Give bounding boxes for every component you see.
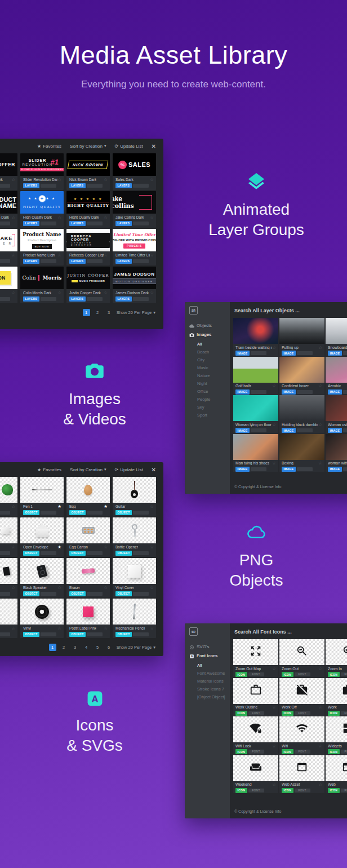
favorite-star-icon[interactable]: ☆	[150, 291, 154, 295]
asset-card[interactable]: Postit Label Pink☆OBJECT	[66, 599, 110, 638]
favorite-star-icon[interactable]: ☆	[272, 667, 276, 671]
asset-card[interactable]: Zoom In☆ICONFONT	[326, 639, 347, 677]
asset-card[interactable]: JAMES DODSONMOTION DESIGNERJames Dodson …	[113, 267, 156, 303]
asset-card[interactable]: Work Outline☆ICONFONT	[233, 678, 278, 716]
asset-card[interactable]: REBECCA COOPERCREATIVE DIRECTORRebecca C…	[66, 229, 110, 265]
asset-card[interactable]: Widgets☆ICONFONT	[326, 716, 347, 755]
page-button[interactable]: 2	[94, 309, 101, 316]
favorite-star-icon[interactable]: ☆	[57, 626, 61, 631]
asset-card[interactable]: Mechanical Pencil☆OBJECT	[113, 599, 156, 638]
asset-card[interactable]: Guitar☆OBJECT	[113, 477, 156, 516]
asset-card[interactable]: Holding black dumbbells☆IMAGE	[279, 395, 324, 433]
favorite-star-icon[interactable]: ☆	[104, 291, 108, 295]
asset-card[interactable]: Work Off☆ICONFONT	[279, 678, 324, 716]
asset-card[interactable]: Tram beside waiting station☆IMAGE	[233, 318, 278, 356]
sort-dropdown[interactable]: Sort by Creation▾	[70, 467, 106, 472]
favorite-star-icon[interactable]: ☆	[318, 423, 322, 427]
favorite-star-icon[interactable]: ☆	[11, 586, 15, 590]
asset-card[interactable]: Wifi Lock☆ICONFONT	[233, 716, 278, 755]
category-material-icons[interactable]: Material Icons	[197, 677, 230, 685]
asset-card[interactable]: PRODUCTNAMEProduct Name Dark☆LAYERS	[0, 191, 17, 228]
favorite-star-icon[interactable]: ☆	[272, 744, 276, 749]
asset-card[interactable]: Wifi☆ICONFONT	[279, 716, 324, 755]
favorite-star-icon[interactable]: ☆	[272, 346, 276, 350]
asset-card[interactable]: TIME OFFERTime Offer Dark☆LAYERS	[0, 153, 17, 190]
page-button[interactable]: 3	[72, 644, 79, 651]
asset-card[interactable]: Pulling up☆IMAGE	[279, 318, 324, 356]
asset-card[interactable]: ☆OBJECT	[0, 517, 17, 557]
asset-card[interactable]: Web☆ICONFONT	[326, 755, 347, 794]
asset-card[interactable]: Web Asset☆ICONFONT	[279, 755, 324, 794]
close-icon[interactable]: ✕	[152, 143, 156, 149]
asset-card[interactable]: Open Envelope★OBJECT	[20, 517, 64, 557]
category-all[interactable]: All	[197, 662, 230, 670]
favorite-star-icon[interactable]: ☆	[318, 667, 322, 671]
copyright-link[interactable]: © Copyright & License Info	[234, 485, 281, 489]
favorite-star-icon[interactable]: ★	[104, 504, 108, 509]
asset-card[interactable]: Pen 1★OBJECT	[20, 477, 64, 516]
favorite-star-icon[interactable]: ☆	[57, 178, 61, 182]
asset-card[interactable]: BLAKET E RBlake Light☆LAYERS	[0, 229, 17, 265]
asset-card[interactable]: ☆OBJECT	[0, 558, 17, 597]
category-night[interactable]: Night	[197, 380, 230, 388]
update-list-button[interactable]: ⟳Update List	[114, 467, 143, 472]
asset-card[interactable]: ColinMorrisColin Morris Dark☆LAYERS	[20, 267, 64, 303]
favorite-star-icon[interactable]: ☆	[11, 178, 15, 182]
asset-card[interactable]: Eraser☆OBJECT	[66, 558, 110, 597]
asset-card[interactable]: %SALESSales Dark☆LAYERS	[113, 153, 156, 190]
asset-card[interactable]: JOHNSONJohnson Light☆LAYERS	[0, 267, 17, 303]
asset-card[interactable]: Woman lying on floor☆IMAGE	[233, 395, 278, 433]
asset-card[interactable]: woman with barbell☆IMAGE	[326, 434, 347, 472]
page-button[interactable]: 6	[105, 644, 113, 651]
asset-card[interactable]: Work☆ICONFONT	[326, 678, 347, 716]
category-office[interactable]: Office	[197, 388, 230, 396]
asset-card[interactable]: Vinyl☆OBJECT	[20, 599, 64, 638]
favorite-star-icon[interactable]: ☆	[272, 782, 276, 787]
category--object-object-[interactable]: [Object Object]	[197, 693, 230, 701]
asset-card[interactable]: Zoom Out☆ICONFONT	[279, 639, 324, 677]
update-list-button[interactable]: ⟳Update List	[114, 144, 143, 149]
category-sky[interactable]: Sky	[197, 404, 230, 411]
per-page-dropdown[interactable]: Show 20 Per Page▾	[117, 645, 155, 650]
favorite-star-icon[interactable]: ☆	[272, 705, 276, 710]
favorite-star-icon[interactable]: ☆	[11, 291, 15, 295]
favorite-star-icon[interactable]: ☆	[11, 504, 15, 509]
asset-card[interactable]: Man tying his shoes☆IMAGE	[233, 434, 278, 472]
category-sport[interactable]: Sport	[197, 411, 230, 419]
category-font-awesome[interactable]: Font Awesome	[197, 670, 230, 677]
favorite-star-icon[interactable]: ☆	[272, 423, 276, 427]
favorite-star-icon[interactable]: ☆	[150, 545, 154, 550]
page-button[interactable]: 3	[105, 309, 113, 316]
favorite-star-icon[interactable]: ★	[57, 545, 61, 550]
favorite-star-icon[interactable]: ☆	[318, 744, 322, 749]
favorite-star-icon[interactable]: ☆	[150, 253, 154, 258]
favorite-star-icon[interactable]: ☆	[104, 626, 108, 631]
favorite-star-icon[interactable]: ☆	[57, 253, 61, 258]
asset-card[interactable]: ☆OBJECT	[0, 599, 17, 638]
sort-dropdown[interactable]: Sort by Creation▾	[70, 144, 106, 149]
favorite-star-icon[interactable]: ☆	[150, 586, 154, 590]
asset-card[interactable]: Zoom Out Map☆ICONFONT	[233, 639, 278, 677]
sidebar-item-font-icons[interactable]: AFont Icons	[189, 652, 230, 661]
category-stroke-icons-7[interactable]: Stroke Icons 7	[197, 685, 230, 693]
favorites-button[interactable]: ★Favorites	[37, 467, 61, 472]
asset-card[interactable]: ★ ★ ★ ★ ★HIGHT QUALITYHight Quality Dark…	[66, 191, 110, 228]
favorite-star-icon[interactable]: ☆	[11, 253, 15, 258]
page-button[interactable]: 1	[83, 309, 90, 316]
sidebar-item-svg-s[interactable]: SVG's	[189, 643, 230, 652]
favorite-star-icon[interactable]: ☆	[272, 384, 276, 388]
asset-card[interactable]: ★ ★ ★ ★ ★+HIGHT QUALITYHigh Quality Dark…	[20, 191, 64, 228]
favorites-button[interactable]: ★Favorites	[37, 144, 61, 149]
asset-card[interactable]: Limited Time Offer15% OFF WITH PROMO COD…	[113, 229, 156, 265]
category-nature[interactable]: Nature	[197, 372, 230, 380]
favorite-star-icon[interactable]: ☆	[104, 178, 108, 182]
asset-card[interactable]: Black Speaker☆OBJECT	[20, 558, 64, 597]
asset-card[interactable]: Boxing☆IMAGE	[279, 434, 324, 472]
category-music[interactable]: Music	[197, 364, 230, 372]
asset-card[interactable]: akecollinsJake Collins Dark☆LAYERS	[113, 191, 156, 228]
asset-card[interactable]: SLIDERREVOLUTION#1SLIDER PLUGIN FOR WORD…	[20, 153, 64, 190]
asset-card[interactable]: Bottle Opener☆OBJECT	[113, 517, 156, 557]
favorite-star-icon[interactable]: ★	[57, 504, 61, 509]
favorite-star-icon[interactable]: ☆	[11, 215, 15, 220]
page-button[interactable]: 2	[60, 644, 68, 651]
